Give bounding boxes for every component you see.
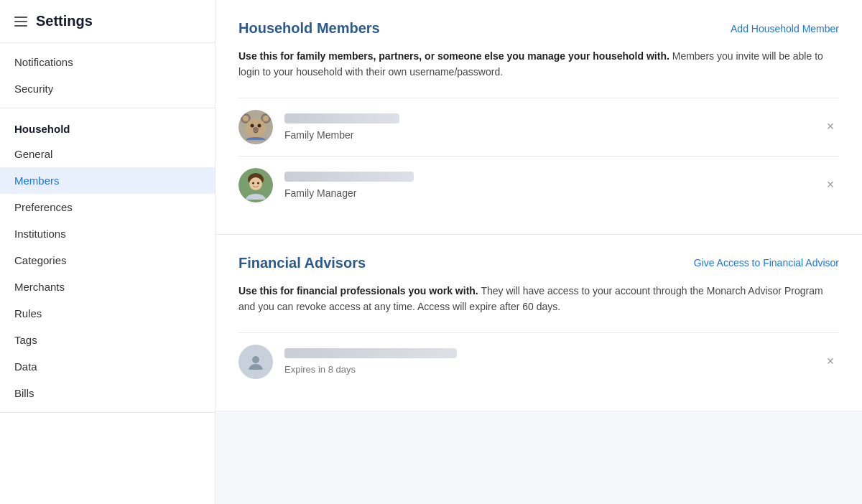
add-household-member-button[interactable]: Add Household Member xyxy=(731,23,839,34)
main-content: Household Members Add Household Member U… xyxy=(216,0,862,504)
avatar xyxy=(238,168,273,202)
member-role: Family Manager xyxy=(284,187,822,199)
remove-advisor-button[interactable]: × xyxy=(822,353,839,370)
member-list: Family Member × xyxy=(238,98,839,214)
svg-point-14 xyxy=(252,356,259,363)
sidebar-item-data[interactable]: Data xyxy=(0,353,215,380)
member-name-blurred xyxy=(284,172,414,182)
sidebar-header: Settings xyxy=(0,0,215,43)
sidebar-item-notifications[interactable]: Notifications xyxy=(0,49,215,75)
sidebar-item-members[interactable]: Members xyxy=(0,167,215,194)
member-info: Family Manager xyxy=(284,172,822,199)
svg-point-3 xyxy=(243,116,249,121)
svg-point-6 xyxy=(251,123,254,127)
table-row: Expires in 8 days × xyxy=(238,332,839,391)
sidebar-item-tags[interactable]: Tags xyxy=(0,327,215,353)
top-nav-section: Notifications Security xyxy=(0,43,215,108)
member-role: Family Member xyxy=(284,129,822,141)
avatar xyxy=(238,110,273,144)
sidebar-item-categories[interactable]: Categories xyxy=(0,247,215,274)
svg-point-8 xyxy=(253,127,259,131)
sidebar-item-rules[interactable]: Rules xyxy=(0,300,215,327)
sidebar-item-bills[interactable]: Bills xyxy=(0,380,215,406)
sidebar: Settings Notifications Security Househol… xyxy=(0,0,216,504)
sidebar-item-security[interactable]: Security xyxy=(0,75,215,102)
give-access-advisor-button[interactable]: Give Access to Financial Advisor xyxy=(694,257,839,269)
svg-point-11 xyxy=(249,177,262,190)
table-row: Family Manager × xyxy=(238,156,839,214)
household-members-title: Household Members xyxy=(238,20,380,37)
sidebar-item-merchants[interactable]: Merchants xyxy=(0,274,215,300)
advisor-name-blurred xyxy=(284,348,457,358)
page-title: Settings xyxy=(36,13,93,29)
financial-advisors-section: Financial Advisors Give Access to Financ… xyxy=(216,235,862,411)
member-name-blurred xyxy=(284,113,399,123)
svg-point-13 xyxy=(257,182,259,184)
description-bold-advisors: Use this for financial professionals you… xyxy=(238,285,478,297)
household-members-section: Household Members Add Household Member U… xyxy=(216,0,862,235)
financial-advisors-header: Financial Advisors Give Access to Financ… xyxy=(238,255,839,271)
financial-advisors-description: Use this for financial professionals you… xyxy=(238,283,839,315)
financial-advisors-title: Financial Advisors xyxy=(238,255,366,271)
table-row: Family Member × xyxy=(238,98,839,156)
advisor-info: Expires in 8 days xyxy=(284,348,822,375)
description-bold: Use this for family members, partners, o… xyxy=(238,50,669,62)
advisor-expires: Expires in 8 days xyxy=(284,364,822,375)
sidebar-item-general[interactable]: General xyxy=(0,141,215,167)
household-nav-section: Household General Members Preferences In… xyxy=(0,108,215,413)
household-section-label: Household xyxy=(0,114,215,141)
avatar xyxy=(238,345,273,379)
household-members-header: Household Members Add Household Member xyxy=(238,20,839,37)
household-members-description: Use this for family members, partners, o… xyxy=(238,48,839,80)
menu-icon[interactable] xyxy=(14,17,27,27)
advisor-list: Expires in 8 days × xyxy=(238,332,839,391)
svg-point-12 xyxy=(252,182,254,184)
svg-point-4 xyxy=(263,116,269,121)
svg-point-7 xyxy=(258,123,261,127)
remove-member-button[interactable]: × xyxy=(822,177,839,194)
remove-member-button[interactable]: × xyxy=(822,118,839,136)
sidebar-item-institutions[interactable]: Institutions xyxy=(0,220,215,247)
member-info: Family Member xyxy=(284,113,822,141)
sidebar-item-preferences[interactable]: Preferences xyxy=(0,194,215,220)
